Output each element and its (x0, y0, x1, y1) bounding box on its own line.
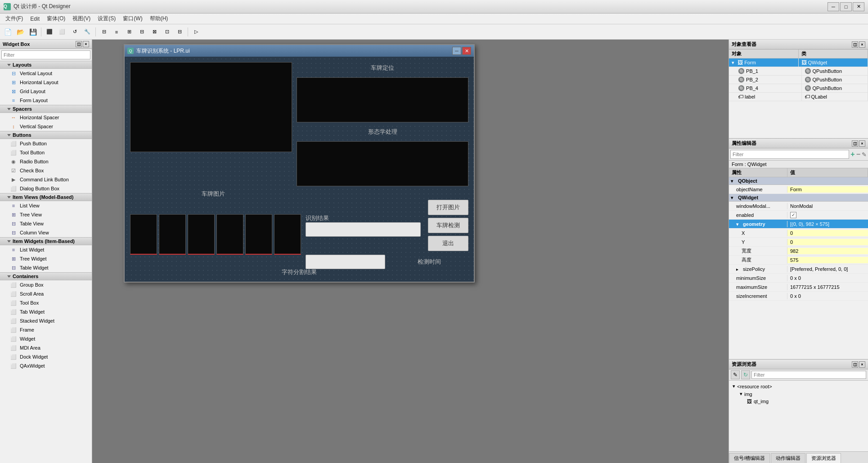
widget-group-box[interactable]: ⬜ Group Box (0, 280, 92, 289)
dc-quit-btn[interactable]: 退出 (428, 236, 468, 251)
rb-filter-input[interactable] (751, 371, 866, 379)
widget-dialog-button-box[interactable]: ⬜ Dialog Button Box (0, 184, 92, 193)
pe-val-y[interactable]: 0 (787, 239, 868, 245)
widget-box-filter-input[interactable] (1, 50, 90, 59)
category-buttons[interactable]: Buttons (0, 131, 92, 139)
pe-edit-icon[interactable]: ✎ (862, 151, 867, 158)
widget-list-widget[interactable]: ≡ List Widget (0, 245, 92, 254)
pe-row-geometry[interactable]: ▾ geometry [(0, 0), 982 × 575] (729, 220, 868, 229)
rb-pencil-btn[interactable]: ✎ (731, 370, 740, 379)
pe-row-y[interactable]: Y 0 (729, 238, 868, 247)
toolbar-preview[interactable]: ▷ (190, 26, 202, 38)
pe-row-sizepolicy[interactable]: ▸ sizePolicy [Preferred, Preferred, 0, 0… (729, 265, 868, 274)
rb-float-btn[interactable]: ◫ (852, 361, 858, 368)
widget-tree-view[interactable]: ⊞ Tree View (0, 210, 92, 219)
pe-row-windowmodal[interactable]: windowModal... NonModal (729, 202, 868, 211)
toolbar-widget1[interactable]: ⬛ (44, 26, 55, 38)
category-containers[interactable]: Containers (0, 272, 92, 280)
pe-row-x[interactable]: X 0 (729, 229, 868, 238)
dc-detect-result-input[interactable] (306, 222, 421, 237)
widget-radio-button[interactable]: ◉ Radio Button (0, 157, 92, 166)
oi-close-btn[interactable]: × (859, 41, 865, 48)
widget-tool-box[interactable]: ⬜ Tool Box (0, 298, 92, 307)
widget-tree-widget[interactable]: ⊞ Tree Widget (0, 254, 92, 263)
toolbar-layout4[interactable]: ⊟ (136, 26, 148, 38)
widget-column-view[interactable]: ⊟ Column View (0, 228, 92, 237)
pe-val-x[interactable]: 0 (787, 230, 868, 236)
pe-category-qobject[interactable]: ▾ QObject (729, 177, 868, 185)
pe-row-minsize[interactable]: minimumSize 0 x 0 (729, 274, 868, 283)
widget-frame[interactable]: ⬜ Frame (0, 325, 92, 334)
widget-tool-button[interactable]: ⬜ Tool Button (0, 148, 92, 157)
toolbar-layout1[interactable]: ⊟ (98, 26, 110, 38)
toolbar-widget3[interactable]: ↺ (69, 26, 81, 38)
maximize-button[interactable]: □ (840, 2, 852, 11)
pe-close-btn[interactable]: × (859, 140, 865, 147)
pe-row-enabled[interactable]: enabled (729, 211, 868, 220)
pe-row-maxsize[interactable]: maximumSize 16777215 x 16777215 (729, 283, 868, 292)
dc-detect-btn[interactable]: 车牌检测 (428, 218, 468, 233)
category-spacers[interactable]: Spacers (0, 105, 92, 113)
pe-val-width[interactable]: 982 (787, 248, 868, 254)
toolbar-layout2[interactable]: ≡ (111, 26, 122, 38)
menu-form[interactable]: 窗体(O) (43, 14, 69, 23)
widget-vertical-spacer[interactable]: ↕ Vertical Spacer (0, 122, 92, 131)
widget-form-layout[interactable]: ≡ Form Layout (0, 96, 92, 105)
menu-view[interactable]: 视图(V) (69, 14, 94, 23)
toolbar-open[interactable]: 📂 (14, 26, 26, 38)
dc-open-image-btn[interactable]: 打开图片 (428, 200, 468, 215)
design-window-minimize[interactable]: ─ (452, 47, 461, 55)
category-item-views[interactable]: Item Views (Model-Based) (0, 193, 92, 201)
pe-add-icon[interactable]: + (850, 150, 855, 158)
pe-float-btn[interactable]: ◫ (852, 140, 858, 147)
pe-val-windowmodal[interactable]: NonModal (787, 203, 868, 209)
rb-close-btn[interactable]: × (859, 361, 865, 368)
oi-row-pb4[interactable]: 🔘 PB_4 🔘 QPushButton (729, 84, 868, 93)
toolbar-new[interactable]: 📄 (2, 26, 13, 38)
pe-val-objectname[interactable]: Form (787, 186, 868, 193)
widget-mdi-area[interactable]: ⬜ MDI Area (0, 343, 92, 352)
rb-item-root[interactable]: ▾ <resource root> (731, 382, 866, 390)
widget-widget[interactable]: ⬜ Widget (0, 334, 92, 343)
widget-grid-layout[interactable]: ⊠ Grid Layout (0, 87, 92, 96)
close-button[interactable]: ✕ (853, 2, 864, 11)
widget-horizontal-layout[interactable]: ⊞ Horizontal Layout (0, 78, 92, 87)
pe-row-height[interactable]: 高度 575 (729, 256, 868, 265)
pe-filter-input[interactable] (730, 150, 849, 159)
minimize-button[interactable]: ─ (828, 2, 839, 11)
widget-tab-widget[interactable]: ⬜ Tab Widget (0, 307, 92, 316)
widget-dock-widget[interactable]: ⬜ Dock Widget (0, 352, 92, 361)
menu-settings[interactable]: 设置(S) (94, 14, 119, 23)
oi-row-pb1[interactable]: 🔘 PB_1 🔘 QPushButton (729, 67, 868, 76)
rb-refresh-btn[interactable]: ↻ (741, 370, 750, 379)
toolbar-layout3[interactable]: ⊞ (123, 26, 135, 38)
widget-stacked-widget[interactable]: ⬜ Stacked Widget (0, 316, 92, 325)
tab-signal-slot[interactable]: 信号/槽编辑器 (729, 453, 770, 463)
widget-box-float-btn[interactable]: ◫ (76, 41, 82, 47)
oi-row-form[interactable]: ▾ 🖼 Form 🖼 QWidget (729, 58, 868, 67)
toolbar-save[interactable]: 💾 (27, 26, 39, 38)
pe-row-width[interactable]: 宽度 982 (729, 247, 868, 256)
widget-push-button[interactable]: ⬜ Push Button (0, 139, 92, 148)
widget-box-close-btn[interactable]: × (83, 41, 89, 47)
widget-command-link[interactable]: ▶ Command Link Button (0, 175, 92, 184)
widget-horizontal-spacer[interactable]: ↔ Horizontal Spacer (0, 113, 92, 122)
menu-help[interactable]: 帮助(H) (146, 14, 172, 23)
category-layouts[interactable]: Layouts (0, 61, 92, 69)
tab-resource-browser[interactable]: 资源浏览器 (806, 453, 841, 463)
rb-item-img[interactable]: ▾ img (731, 390, 866, 398)
widget-vertical-layout[interactable]: ⊟ Vertical Layout (0, 69, 92, 78)
widget-qax-widget[interactable]: ⬜ QAxWidget (0, 361, 92, 370)
toolbar-layout6[interactable]: ⊡ (161, 26, 173, 38)
oi-row-label[interactable]: 🏷 label 🏷 QLabel (729, 93, 868, 101)
design-window-close[interactable]: ✕ (462, 47, 471, 55)
oi-row-pb2[interactable]: 🔘 PB_2 🔘 QPushButton (729, 76, 868, 84)
widget-list-view[interactable]: ≡ List View (0, 201, 92, 210)
toolbar-layout7[interactable]: ⊟ (174, 26, 185, 38)
pe-remove-icon[interactable]: − (856, 150, 860, 158)
enabled-checkbox[interactable] (790, 212, 796, 218)
widget-scroll-area[interactable]: ⬜ Scroll Area (0, 289, 92, 298)
pe-category-qwidget[interactable]: ▾ QWidget (729, 194, 868, 202)
menu-window[interactable]: 窗口(W) (119, 14, 146, 23)
widget-check-box[interactable]: ☑ Check Box (0, 166, 92, 175)
